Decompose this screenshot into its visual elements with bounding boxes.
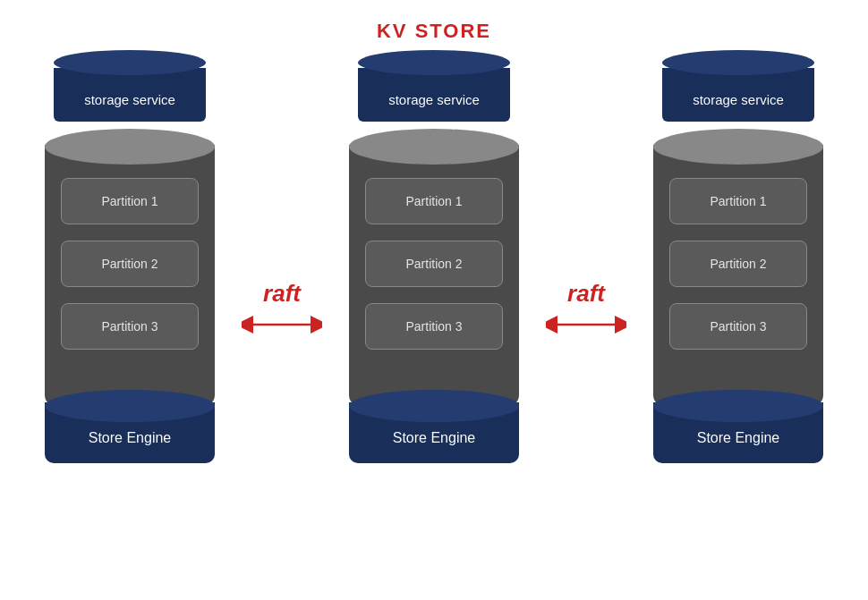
partitions-right: Partition 1 Partition 2 Partition 3 (669, 178, 807, 350)
storage-body-left: storage service (54, 68, 206, 122)
storage-label-right: storage service (693, 92, 784, 107)
node-center: storage service Partition 1 Partition 2 … (336, 59, 532, 483)
raft-arrow-left (242, 315, 322, 334)
main-cylinder-center: Partition 1 Partition 2 Partition 3 (349, 129, 519, 406)
main-cylinder-right: Partition 1 Partition 2 Partition 3 (653, 129, 823, 406)
partition-1-right: Partition 1 (669, 178, 807, 224)
store-engine-right: Store Engine (653, 402, 823, 483)
raft-arrow-right (546, 315, 626, 334)
partition-3-left: Partition 3 (61, 303, 199, 350)
main-cyl-top-right (653, 129, 823, 165)
partitions-left: Partition 1 Partition 2 Partition 3 (61, 178, 199, 350)
raft-connector-right: raft (532, 280, 640, 334)
engine-top-ellipse-right (653, 390, 823, 422)
raft-label-right: raft (567, 280, 605, 308)
engine-label-center: Store Engine (393, 430, 476, 446)
partition-2-center: Partition 2 (365, 241, 503, 287)
partition-1-left: Partition 1 (61, 178, 199, 224)
store-engine-center: Store Engine (349, 402, 519, 483)
engine-top-ellipse-left (45, 390, 215, 422)
storage-body-right: storage service (662, 68, 814, 122)
storage-top-ellipse-center (358, 50, 510, 75)
partition-2-left: Partition 2 (61, 241, 199, 287)
storage-top-ellipse-left (54, 50, 206, 75)
main-cyl-top-left (45, 129, 215, 165)
storage-label-center: storage service (388, 92, 480, 107)
engine-label-left: Store Engine (89, 430, 172, 446)
store-engine-left: Store Engine (45, 402, 215, 483)
partition-2-right: Partition 2 (669, 241, 807, 287)
storage-service-right: storage service (662, 59, 814, 131)
page-title: KV STORE (377, 20, 491, 43)
raft-connector-left: raft (228, 280, 336, 334)
partition-3-center: Partition 3 (365, 303, 503, 350)
engine-label-right: Store Engine (697, 430, 780, 446)
partition-3-right: Partition 3 (669, 303, 807, 350)
node-right: storage service Partition 1 Partition 2 … (640, 59, 837, 483)
engine-top-ellipse-center (349, 390, 519, 422)
storage-service-left: storage service (54, 59, 206, 131)
main-cylinder-left: Partition 1 Partition 2 Partition 3 (45, 129, 215, 406)
storage-service-center: storage service (358, 59, 510, 131)
main-cyl-top-center (349, 129, 519, 165)
partition-1-center: Partition 1 (365, 178, 503, 224)
raft-label-left: raft (263, 280, 301, 308)
storage-body-center: storage service (358, 68, 510, 122)
storage-label-left: storage service (84, 92, 175, 107)
node-left: storage service Partition 1 Partition 2 … (31, 59, 228, 483)
diagram-area: storage service Partition 1 Partition 2 … (0, 59, 868, 483)
storage-top-ellipse-right (662, 50, 814, 75)
partitions-center: Partition 1 Partition 2 Partition 3 (365, 178, 503, 350)
